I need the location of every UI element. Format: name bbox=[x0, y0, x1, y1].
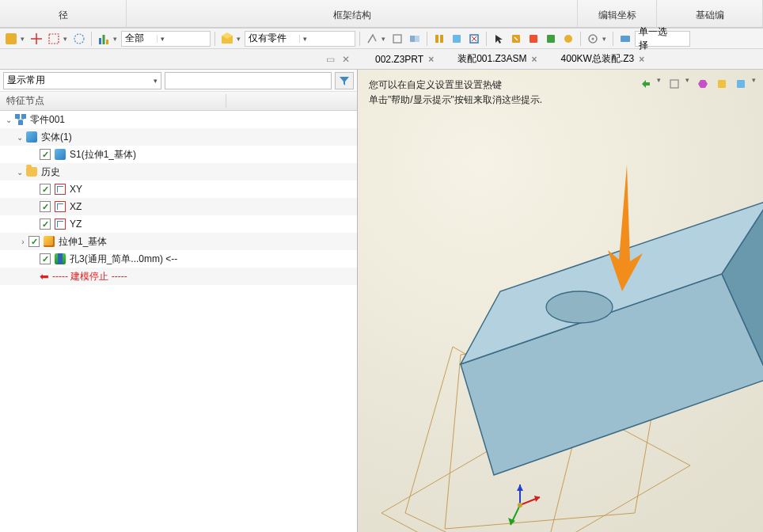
close-panel-icon[interactable]: ✕ bbox=[340, 51, 351, 67]
svg-rect-29 bbox=[718, 80, 726, 88]
ribbon-group-editcoord: 编辑坐标 bbox=[578, 0, 657, 27]
tree-node-label: XY bbox=[70, 184, 82, 195]
svg-rect-14 bbox=[453, 35, 461, 43]
close-tab-icon[interactable]: × bbox=[639, 54, 644, 65]
tree-feature-hole[interactable]: ✓ 孔3(通用_简单...0mm) <-- bbox=[0, 250, 357, 268]
solid-body-icon bbox=[54, 148, 66, 161]
plane-icon bbox=[54, 218, 66, 230]
dropdown-arrow-icon[interactable]: ▾ bbox=[21, 35, 27, 43]
only-part-select[interactable]: 仅有零件 ▾ bbox=[245, 31, 355, 47]
tool-icon-1[interactable] bbox=[364, 31, 380, 47]
chart-column-icon[interactable] bbox=[96, 31, 112, 47]
select-label: 单一选择 bbox=[639, 25, 686, 52]
tree-feature-extrude[interactable]: › ✓ 拉伸1_基体 bbox=[0, 233, 357, 250]
expander-icon[interactable]: ⌄ bbox=[14, 133, 25, 142]
3d-viewport[interactable]: 您可以在自定义设置里设置热键 单击"帮助/显示提示"按钮来取消这些提示. ▾ ▾… bbox=[358, 70, 763, 532]
tree-node-label: XZ bbox=[70, 201, 82, 212]
vp-icon-2[interactable] bbox=[666, 76, 682, 92]
crosshair-icon[interactable] bbox=[28, 31, 44, 47]
tree-node-label: YZ bbox=[70, 218, 82, 230]
vp-icon-5[interactable] bbox=[733, 76, 749, 92]
tool-icon-9[interactable] bbox=[543, 31, 559, 47]
document-tabs: 002.Z3PRT × 装配001.Z3ASM × 400KW总装配.Z3 × bbox=[358, 51, 647, 67]
toolbar-separator bbox=[613, 32, 613, 46]
visibility-checkbox[interactable]: ✓ bbox=[40, 149, 51, 160]
box-select-icon[interactable] bbox=[508, 31, 524, 47]
tool-icon-10[interactable] bbox=[560, 31, 576, 47]
tool-icon-6[interactable] bbox=[466, 31, 482, 47]
tree-plane-xz[interactable]: ✓ XZ bbox=[0, 198, 357, 215]
svg-rect-22 bbox=[621, 36, 630, 42]
tree-plane-xy[interactable]: ✓ XY bbox=[0, 180, 357, 198]
toolbar-separator bbox=[486, 32, 487, 46]
vp-icon-3[interactable] bbox=[695, 76, 711, 92]
tool-icon-4[interactable] bbox=[431, 31, 447, 47]
tree-node-label: ----- 建模停止 ----- bbox=[52, 270, 127, 283]
selection-box-icon[interactable] bbox=[46, 31, 62, 47]
toolbar-separator bbox=[91, 32, 92, 46]
display-mode-select[interactable]: 显示常用 ▾ bbox=[3, 72, 161, 89]
expander-icon[interactable]: › bbox=[17, 238, 28, 246]
settings-icon[interactable] bbox=[585, 31, 601, 47]
tree-history-folder[interactable]: ⌄ 历史 bbox=[0, 163, 357, 180]
expander-icon[interactable]: ⌄ bbox=[3, 116, 14, 124]
ribbon-group-diameter: 径 bbox=[0, 0, 127, 27]
tree-solid-folder[interactable]: ⌄ 实体(1) bbox=[0, 128, 357, 146]
vp-icon-4[interactable] bbox=[714, 76, 730, 92]
filter-funnel-button[interactable] bbox=[335, 72, 354, 89]
tree-plane-yz[interactable]: ✓ YZ bbox=[0, 215, 357, 233]
tree-node-label: S1(拉伸1_基体) bbox=[70, 148, 136, 162]
visibility-checkbox[interactable]: ✓ bbox=[40, 184, 51, 195]
svg-point-38 bbox=[518, 503, 522, 507]
new-geometry-icon[interactable] bbox=[3, 31, 19, 47]
tree-modeling-stop[interactable]: ⬅ ----- 建模停止 ----- bbox=[0, 268, 357, 285]
filter-search-input[interactable] bbox=[165, 72, 332, 89]
tree-body-s1[interactable]: ✓ S1(拉伸1_基体) bbox=[0, 146, 357, 163]
filter-row: 显示常用 ▾ bbox=[0, 70, 357, 92]
dropdown-arrow-icon[interactable]: ▾ bbox=[237, 35, 243, 43]
dropdown-arrow-icon[interactable]: ▾ bbox=[602, 35, 609, 43]
vp-icon-1[interactable] bbox=[638, 76, 654, 92]
dropdown-arrow-icon[interactable]: ▾ bbox=[63, 35, 70, 43]
visibility-checkbox[interactable]: ✓ bbox=[28, 236, 40, 247]
svg-rect-10 bbox=[410, 36, 415, 42]
tool-icon-2[interactable] bbox=[389, 31, 405, 47]
package-icon[interactable] bbox=[219, 31, 235, 47]
feature-tree: ⌄ 零件001 ⌄ 实体(1) ✓ S1(拉伸1_基体) ⌄ 历史 bbox=[0, 111, 357, 532]
ribbon-label: 框架结构 bbox=[330, 7, 374, 25]
svg-rect-5 bbox=[99, 38, 101, 44]
document-tab-3[interactable]: 400KW总装配.Z3 × bbox=[558, 51, 648, 67]
selection-circle-icon[interactable] bbox=[71, 31, 87, 47]
select-label: 全部 bbox=[125, 32, 157, 45]
close-tab-icon[interactable]: × bbox=[428, 54, 434, 65]
chevron-down-icon: ▾ bbox=[299, 35, 307, 43]
tree-node-label: 零件001 bbox=[30, 113, 65, 127]
tree-root-part[interactable]: ⌄ 零件001 bbox=[0, 111, 357, 128]
dropdown-arrow-icon[interactable]: ▾ bbox=[685, 76, 692, 92]
visibility-checkbox[interactable]: ✓ bbox=[40, 218, 51, 230]
dropdown-arrow-icon[interactable]: ▾ bbox=[382, 35, 388, 43]
chevron-down-icon: ▾ bbox=[157, 35, 165, 43]
filter-all-select[interactable]: 全部 ▾ bbox=[121, 31, 211, 47]
dropdown-arrow-icon[interactable]: ▾ bbox=[657, 76, 663, 92]
tab-label: 400KW总装配.Z3 bbox=[561, 52, 635, 66]
svg-line-27 bbox=[21, 119, 24, 120]
select-mode-select[interactable]: 单一选择 bbox=[635, 31, 690, 47]
tool-icon-3[interactable] bbox=[407, 31, 423, 47]
dropdown-arrow-icon[interactable]: ▾ bbox=[752, 76, 758, 92]
minimize-panel-icon[interactable]: ▭ bbox=[325, 51, 336, 67]
visibility-checkbox[interactable]: ✓ bbox=[40, 201, 51, 212]
svg-rect-17 bbox=[530, 35, 537, 43]
document-tab-2[interactable]: 装配001.Z3ASM × bbox=[454, 51, 540, 67]
cursor-icon[interactable] bbox=[491, 31, 507, 47]
highlight-icon[interactable] bbox=[526, 31, 541, 47]
display-icon[interactable] bbox=[617, 31, 633, 47]
dropdown-arrow-icon[interactable]: ▾ bbox=[113, 35, 120, 43]
expander-icon[interactable]: ⌄ bbox=[14, 168, 25, 177]
svg-rect-7 bbox=[106, 40, 108, 44]
tool-icon-5[interactable] bbox=[449, 31, 465, 47]
svg-rect-12 bbox=[435, 35, 438, 43]
visibility-checkbox[interactable]: ✓ bbox=[40, 253, 51, 264]
close-tab-icon[interactable]: × bbox=[532, 54, 537, 65]
document-tab-1[interactable]: 002.Z3PRT × bbox=[372, 52, 437, 66]
